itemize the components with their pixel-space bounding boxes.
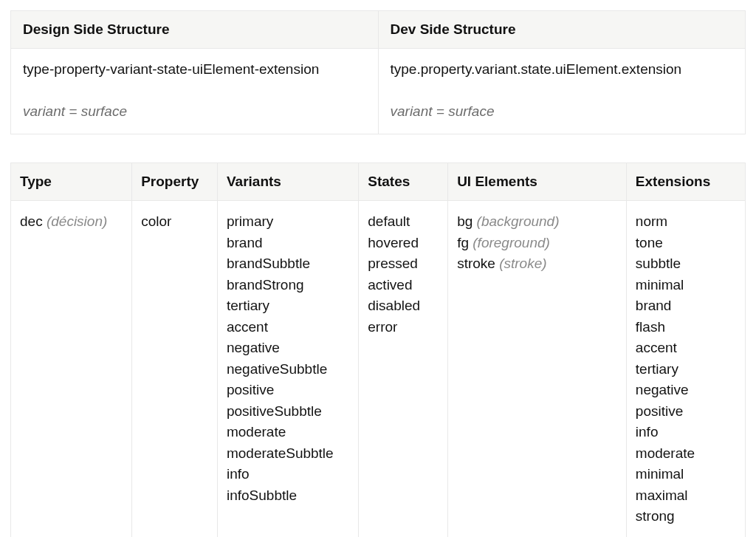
structure-pattern-dev: type.property.variant.state.uiElement.ex… <box>391 59 734 81</box>
structure-table: Design Side Structure Dev Side Structure… <box>10 10 746 134</box>
token-entry-label: brand <box>636 298 672 313</box>
token-entry-label: brandStrong <box>227 277 304 293</box>
token-entry-label: brandSubbtle <box>227 256 310 271</box>
token-entry-label: tertiary <box>636 361 678 377</box>
page-root: Design Side Structure Dev Side Structure… <box>0 0 756 537</box>
token-entry: moderate <box>227 422 349 443</box>
token-entry: positive <box>636 401 736 423</box>
token-entry-label: subbtle <box>636 256 681 271</box>
token-entry: fg (foreground) <box>457 233 617 254</box>
token-entry: tone <box>636 233 736 254</box>
tokens-cell-states: defaulthoveredpressedactiveddisablederro… <box>359 201 448 538</box>
token-entry-label: infoSubbtle <box>227 488 297 503</box>
token-entry: actived <box>368 275 439 296</box>
token-entry-label: negativeSubbtle <box>227 361 327 377</box>
tokens-header-type: Type <box>11 163 132 201</box>
token-entry-note: (décision) <box>47 213 107 229</box>
token-entry: infoSubbtle <box>227 485 349 507</box>
tokens-cell-uielements: bg (background)fg (foreground)stroke (st… <box>448 201 627 538</box>
tokens-header-uielements: UI Elements <box>448 163 627 201</box>
token-entry-label: moderate <box>227 424 286 439</box>
tokens-header-property: Property <box>132 163 218 201</box>
token-entry: moderateSubbtle <box>227 443 349 465</box>
token-entry: disabled <box>368 295 439 317</box>
token-entry: default <box>368 211 439 233</box>
token-entry-label: color <box>141 213 171 229</box>
token-entry: minimal <box>636 275 736 296</box>
token-entry-label: negative <box>636 382 689 397</box>
token-entry: subbtle <box>636 253 736 275</box>
token-entry-label: positive <box>636 403 683 419</box>
token-entry-label: pressed <box>368 256 418 271</box>
token-entry-label: default <box>368 213 410 229</box>
token-entry: bg (background) <box>457 211 617 233</box>
token-entry: dec (décision) <box>20 211 123 233</box>
tokens-header-states: States <box>359 163 448 201</box>
token-entry: moderate <box>636 443 736 465</box>
token-entry-label: maximal <box>636 488 688 503</box>
token-entry-label: positiveSubbtle <box>227 403 322 419</box>
token-entry-label: minimal <box>636 466 684 482</box>
token-entry: norm <box>636 211 736 233</box>
token-entry: brand <box>227 233 349 254</box>
tokens-header-variants: Variants <box>217 163 358 201</box>
token-entry: negativeSubbtle <box>227 359 349 380</box>
token-entry: negative <box>227 338 349 359</box>
tokens-cell-type: dec (décision) <box>11 201 132 538</box>
token-entry: error <box>368 317 439 338</box>
structure-heading-design: Design Side Structure <box>11 11 379 49</box>
token-entry: accent <box>636 338 736 359</box>
token-entry-label: hovered <box>368 235 419 250</box>
structure-note-design: variant = surface <box>23 101 366 123</box>
token-entry-label: fg <box>457 235 469 250</box>
tokens-cell-extensions: normtonesubbtleminimalbrandflashaccentte… <box>626 201 745 538</box>
token-entry: flash <box>636 317 736 338</box>
token-entry-label: tone <box>636 235 663 250</box>
structure-note-dev: variant = surface <box>391 101 734 123</box>
structure-pattern-design: type-property-variant-state-uiElement-ex… <box>23 59 366 81</box>
token-entry-label: disabled <box>368 298 420 313</box>
token-entry-label: flash <box>636 319 665 335</box>
token-entry-label: moderate <box>636 445 695 461</box>
structure-heading-dev: Dev Side Structure <box>378 11 746 49</box>
token-entry-label: dec <box>20 213 43 229</box>
token-entry-label: positive <box>227 382 274 397</box>
token-entry-label: bg <box>457 213 472 229</box>
tokens-cell-variants: primarybrandbrandSubbtlebrandStrongterti… <box>217 201 358 538</box>
token-entry-note: (background) <box>477 213 560 229</box>
token-entry-label: info <box>636 424 659 439</box>
token-entry-label: accent <box>636 340 677 355</box>
token-entry: positiveSubbtle <box>227 401 349 423</box>
token-entry: maximal <box>636 485 736 507</box>
token-entry-label: moderateSubbtle <box>227 445 334 461</box>
token-entry: primary <box>227 211 349 233</box>
token-entry-label: error <box>368 319 397 335</box>
token-entry: stroke (stroke) <box>457 253 617 275</box>
token-entry: brandSubbtle <box>227 253 349 275</box>
token-entry: color <box>141 211 208 233</box>
token-entry-label: strong <box>636 508 675 524</box>
token-entry-note: (foreground) <box>472 235 550 250</box>
token-entry-label: brand <box>227 235 263 250</box>
tokens-cell-property: color <box>132 201 218 538</box>
tokens-table: Type Property Variants States UI Element… <box>10 163 746 537</box>
structure-cell-design: type-property-variant-state-uiElement-ex… <box>11 49 379 134</box>
token-entry-label: norm <box>636 213 667 229</box>
token-entry-note: (stroke) <box>499 256 546 271</box>
token-entry: pressed <box>368 253 439 275</box>
token-entry: brand <box>636 295 736 317</box>
token-entry-label: accent <box>227 319 268 335</box>
token-entry: negative <box>636 380 736 401</box>
tokens-header-extensions: Extensions <box>626 163 745 201</box>
token-entry-label: minimal <box>636 277 684 293</box>
token-entry-label: stroke <box>457 256 495 271</box>
token-entry: tertiary <box>636 359 736 380</box>
token-entry: minimal <box>636 464 736 485</box>
token-entry: positive <box>227 380 349 401</box>
token-entry: strong <box>636 506 736 527</box>
structure-cell-dev: type.property.variant.state.uiElement.ex… <box>378 49 746 134</box>
token-entry: hovered <box>368 233 439 254</box>
token-entry: tertiary <box>227 295 349 317</box>
token-entry: info <box>636 422 736 443</box>
token-entry-label: negative <box>227 340 280 355</box>
